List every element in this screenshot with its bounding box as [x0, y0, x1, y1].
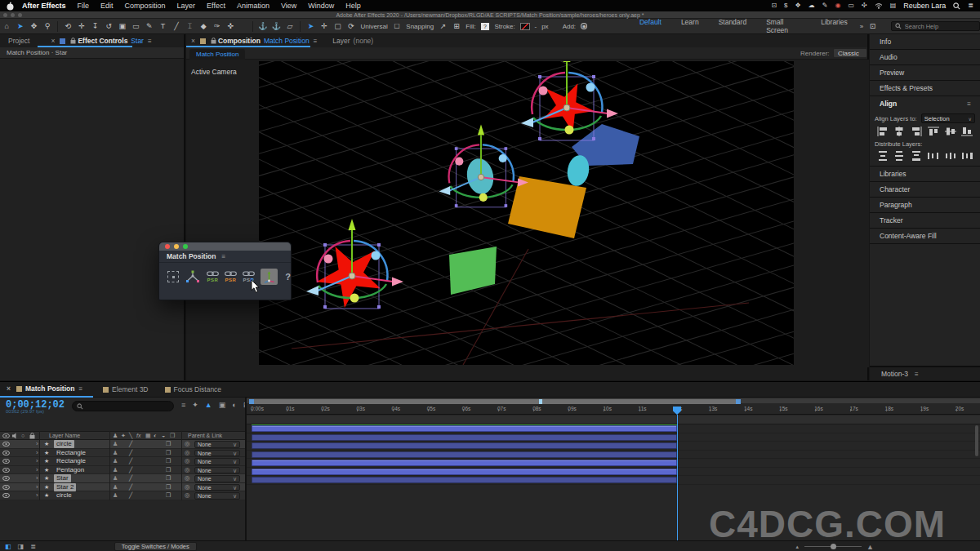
menu-item[interactable]: Animation	[237, 2, 270, 10]
layer-name[interactable]: Rectangle	[54, 449, 88, 457]
viewer-tab[interactable]: Match Position	[189, 49, 245, 60]
panel-section[interactable]: Character	[870, 182, 980, 198]
expand-arrow-icon[interactable]: ›	[36, 457, 38, 465]
add-button[interactable]: ◉	[581, 23, 587, 29]
display-icon[interactable]: ⊡	[771, 0, 777, 11]
panel-section[interactable]: Audio	[870, 50, 980, 65]
timeline-tab[interactable]: × Element 3D ≡	[93, 382, 154, 398]
window-controls[interactable]	[3, 13, 22, 17]
link-psr-button-1[interactable]: PSR	[207, 271, 219, 282]
toggle-switches-modes-button[interactable]: Toggle Switches / Modes	[114, 542, 197, 551]
menu-item[interactable]: File	[78, 2, 90, 10]
eye-icon[interactable]	[2, 493, 10, 498]
eye-icon[interactable]	[2, 442, 10, 447]
layer-name[interactable]: Star 2	[54, 483, 76, 491]
world-axis-mode-icon[interactable]: ⚓	[270, 22, 283, 30]
timeline-tab[interactable]: × Match Position ≡	[0, 382, 93, 398]
dropbox-icon[interactable]: ❖	[795, 0, 801, 11]
shy-switch[interactable]: ♟	[113, 466, 118, 474]
expand-arrow-icon[interactable]: ›	[36, 474, 38, 482]
eye-icon[interactable]	[2, 451, 10, 455]
link-psr-button-2[interactable]: PSR	[225, 271, 237, 282]
frame-blend-icon[interactable]: ▲	[205, 401, 212, 409]
layer-duration-bar[interactable]	[252, 460, 677, 466]
panel-menu-icon[interactable]: ≡	[314, 38, 318, 45]
expand-transfer-controls-icon[interactable]: ◨	[18, 543, 24, 550]
selection-mode-icon[interactable]: ➤	[304, 22, 318, 30]
search-help-field[interactable]: Search Help	[891, 21, 980, 31]
close-tab-icon[interactable]: ×	[51, 37, 55, 45]
eraser-tool-icon[interactable]: ◆	[197, 22, 211, 30]
distribute-center-v-button[interactable]	[893, 151, 906, 161]
pen-icon[interactable]: ✎	[822, 0, 828, 11]
distribute-top-button[interactable]	[876, 151, 889, 161]
control-center-icon[interactable]: ≣	[968, 0, 973, 11]
quality-switch[interactable]: ╱	[129, 457, 132, 465]
eye-icon[interactable]	[2, 485, 10, 490]
tab-project[interactable]: Project	[8, 37, 29, 45]
align-panel-header[interactable]: Align≡	[870, 96, 980, 112]
layer-name[interactable]: circle	[54, 440, 74, 448]
local-axis-mode-icon[interactable]: ⚓	[256, 22, 270, 30]
puppet-pin-tool-icon[interactable]: ✜	[224, 22, 238, 30]
shy-switch[interactable]: ♟	[113, 474, 118, 482]
match-target-button[interactable]	[167, 271, 179, 282]
layer-duration-bar[interactable]	[252, 469, 677, 475]
roto-brush-tool-icon[interactable]: ✑	[210, 22, 224, 30]
help-button[interactable]: ?	[285, 272, 291, 282]
layer-row[interactable]: › ★ circle ♟ ╱ ❒ ◎ None∨	[0, 491, 245, 500]
effect-controls-target[interactable]: Star	[131, 37, 144, 45]
motion-blur-header-icon[interactable]: ◐	[154, 432, 157, 440]
collapse-header-icon[interactable]: ✦	[121, 432, 126, 440]
timeline-search-field[interactable]	[72, 401, 174, 411]
brainstorm-icon[interactable]: ◐	[232, 401, 236, 409]
pickwhip-icon[interactable]: ◎	[185, 474, 190, 482]
stroke-label[interactable]: Stroke:	[494, 23, 514, 30]
dolly-camera-tool-icon[interactable]: ↧	[88, 22, 102, 30]
expand-arrow-icon[interactable]: ›	[36, 440, 38, 448]
eye-icon[interactable]	[2, 459, 10, 464]
quality-switch[interactable]: ╱	[129, 466, 132, 474]
pickwhip-icon[interactable]: ◎	[185, 449, 190, 457]
eye-icon[interactable]	[2, 468, 10, 473]
parent-select[interactable]: None∨	[194, 492, 240, 500]
wifi-icon[interactable]	[875, 2, 883, 9]
expand-arrow-icon[interactable]: ›	[36, 491, 38, 500]
layer-name[interactable]: circle	[54, 491, 74, 500]
panel-section[interactable]: Paragraph	[870, 198, 980, 213]
universal-label[interactable]: Universal	[360, 23, 387, 30]
align-center-v-button[interactable]	[944, 127, 956, 136]
home-tool-icon[interactable]: ⌂	[0, 22, 14, 30]
shape-tool-icon[interactable]: ▭	[129, 22, 143, 30]
pickwhip-icon[interactable]: ◎	[185, 466, 190, 474]
workspace-button[interactable]: Small Screen	[756, 18, 811, 34]
spotlight-search-icon[interactable]	[953, 2, 960, 10]
layer-name[interactable]: Star	[54, 474, 71, 482]
hand-tool-icon[interactable]: ✥	[27, 22, 41, 30]
snap-options-icon[interactable]: ↗	[436, 22, 450, 30]
time-ruler[interactable]: 0:00s01s02s03s04s05s06s07s08s09s10s11s12…	[247, 404, 980, 415]
panel-menu-icon[interactable]: ≡	[148, 38, 152, 45]
menu-item[interactable]: Help	[345, 2, 361, 10]
quality-header-icon[interactable]: ╲	[129, 432, 132, 440]
align-right-button[interactable]	[911, 127, 923, 136]
shy-switch[interactable]: ♟	[113, 457, 118, 465]
align-center-h-button[interactable]	[893, 127, 906, 136]
workspace-bar-icon[interactable]: ⊡	[866, 22, 880, 30]
panel-menu-icon[interactable]: ≡	[221, 253, 225, 260]
parent-select[interactable]: None∨	[194, 475, 240, 482]
stroke-width-value[interactable]: -	[535, 23, 537, 30]
menu-item[interactable]: Composition	[125, 2, 166, 10]
screen-mirror-icon[interactable]: ▭	[848, 0, 854, 11]
fill-swatch[interactable]: ?	[481, 23, 490, 30]
workspace-button[interactable]: Libraries	[811, 18, 858, 34]
position-mode-icon[interactable]: ✛	[318, 22, 332, 30]
motion-blur-icon[interactable]: ▣	[219, 401, 226, 409]
panel-section[interactable]: Info	[870, 34, 980, 50]
threed-switch[interactable]: ❒	[166, 483, 171, 491]
threed-switch[interactable]: ❒	[166, 449, 171, 457]
layer-row[interactable]: › ★ Star 2 ♟ ╱ ❒ ◎ None∨	[0, 483, 245, 492]
quality-switch[interactable]: ╱	[129, 483, 132, 491]
user-name[interactable]: Reuben Lara	[903, 2, 946, 10]
parent-select[interactable]: None∨	[194, 484, 240, 491]
